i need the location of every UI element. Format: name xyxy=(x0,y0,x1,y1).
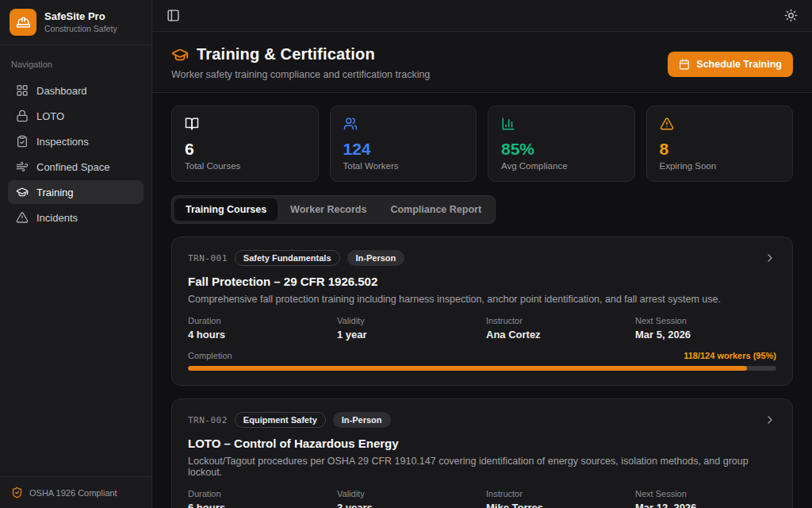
sidebar-item-label: Confined Space xyxy=(36,161,110,173)
course-details: Duration 6 hours Validity 3 years Instru… xyxy=(188,489,776,508)
main-area: Training & Certification Worker safety t… xyxy=(152,0,812,508)
layout-grid-icon xyxy=(16,84,29,97)
app-name: SafeSite Pro xyxy=(44,10,117,23)
course-title: Fall Protection – 29 CFR 1926.502 xyxy=(188,275,776,288)
course-category-badge: Equipment Safety xyxy=(235,412,326,428)
sidebar-footer: OSHA 1926 Compliant xyxy=(0,476,151,508)
tab-compliance-report[interactable]: Compliance Report xyxy=(379,198,492,221)
stat-value: 124 xyxy=(343,140,464,158)
course-category-badge: Safety Fundamentals xyxy=(235,250,340,266)
shield-check-icon xyxy=(11,487,23,498)
hard-hat-icon xyxy=(10,9,36,36)
alert-triangle-icon xyxy=(660,117,780,131)
course-description: Lockout/Tagout procedures per OSHA 29 CF… xyxy=(188,456,776,478)
sidebar-item-label: LOTO xyxy=(36,110,64,122)
course-card-trn-001[interactable]: TRN-001 Safety Fundamentals In-Person Fa… xyxy=(171,237,793,386)
detail-instructor: Instructor Ana Cortez xyxy=(486,316,627,341)
stat-value: 6 xyxy=(185,140,305,158)
sidebar-item-training[interactable]: Training xyxy=(8,180,144,204)
stat-label: Total Courses xyxy=(185,161,305,171)
detail-duration: Duration 4 hours xyxy=(188,316,329,341)
page-header: Training & Certification Worker safety t… xyxy=(152,32,812,93)
stat-card-avg-compliance: 85% Avg Compliance xyxy=(488,106,635,182)
stat-label: Expiring Soon xyxy=(660,161,780,171)
theme-toggle-button[interactable] xyxy=(783,7,799,24)
course-card-trn-002[interactable]: TRN-002 Equipment Safety In-Person LOTO … xyxy=(171,398,793,508)
page-subtitle: Worker safety training compliance and ce… xyxy=(171,69,430,80)
sun-icon xyxy=(784,9,798,22)
app-identity: SafeSite Pro Construction Safety xyxy=(44,10,117,33)
course-mode-badge: In-Person xyxy=(347,250,405,266)
graduation-cap-icon xyxy=(16,186,29,198)
sidebar-nav: Navigation Dashboard LOTO Inspections Co… xyxy=(0,45,151,239)
stat-label: Avg Compliance xyxy=(501,161,622,171)
panel-left-icon xyxy=(167,9,180,22)
sidebar: SafeSite Pro Construction Safety Navigat… xyxy=(0,0,152,508)
page-header-text: Training & Certification Worker safety t… xyxy=(171,45,430,80)
bar-chart-icon xyxy=(501,117,622,131)
sidebar-item-label: Inspections xyxy=(36,136,89,148)
page-title: Training & Certification xyxy=(197,45,375,64)
stat-card-expiring-soon: 8 Expiring Soon xyxy=(646,106,794,182)
course-id: TRN-002 xyxy=(188,415,228,425)
completion-value: 118/124 workers (95%) xyxy=(684,351,776,360)
sidebar-toggle-button[interactable] xyxy=(165,7,182,24)
chevron-right-icon[interactable] xyxy=(764,252,776,264)
stat-card-total-courses: 6 Total Courses xyxy=(171,106,319,182)
clipboard-check-icon xyxy=(16,135,29,148)
app-logo-block: SafeSite Pro Construction Safety xyxy=(0,0,151,45)
detail-instructor: Instructor Mike Torres xyxy=(486,489,627,508)
alert-triangle-icon xyxy=(16,211,29,224)
detail-duration: Duration 6 hours xyxy=(188,489,329,508)
course-description: Comprehensive fall protection training i… xyxy=(188,294,776,305)
sidebar-item-label: Incidents xyxy=(36,212,78,224)
chevron-right-icon[interactable] xyxy=(764,414,776,426)
sidebar-item-loto[interactable]: LOTO xyxy=(8,104,144,128)
sidebar-item-label: Dashboard xyxy=(36,85,87,97)
book-open-icon xyxy=(185,117,305,131)
detail-next-session: Next Session Mar 5, 2026 xyxy=(635,316,776,341)
app-tagline: Construction Safety xyxy=(44,24,117,34)
detail-validity: Validity 3 years xyxy=(337,489,478,508)
detail-validity: Validity 1 year xyxy=(337,316,478,341)
completion-progress-bar xyxy=(188,366,776,371)
sidebar-item-dashboard[interactable]: Dashboard xyxy=(8,79,144,102)
tab-worker-records[interactable]: Worker Records xyxy=(279,198,377,221)
completion-label: Completion xyxy=(188,351,232,360)
wind-icon xyxy=(16,160,29,173)
completion-progress-fill xyxy=(188,366,747,371)
nav-section-label: Navigation xyxy=(11,60,140,69)
schedule-training-button[interactable]: Schedule Training xyxy=(668,52,793,77)
stats-row: 6 Total Courses 124 Total Workers 85% Av… xyxy=(171,106,793,182)
stat-value: 85% xyxy=(501,140,622,158)
sidebar-item-inspections[interactable]: Inspections xyxy=(8,129,144,153)
stat-value: 8 xyxy=(660,140,780,158)
sidebar-item-label: Training xyxy=(36,187,73,198)
calendar-icon xyxy=(679,59,690,70)
tab-bar: Training Courses Worker Records Complian… xyxy=(171,195,496,224)
page-content: 6 Total Courses 124 Total Workers 85% Av… xyxy=(152,93,812,508)
topbar xyxy=(152,0,812,32)
sidebar-item-confined-space[interactable]: Confined Space xyxy=(8,155,144,179)
users-icon xyxy=(343,117,464,131)
course-details: Duration 4 hours Validity 1 year Instruc… xyxy=(188,316,776,341)
course-id: TRN-001 xyxy=(188,253,228,264)
sidebar-item-incidents[interactable]: Incidents xyxy=(8,206,144,229)
lock-icon xyxy=(16,110,29,122)
detail-next-session: Next Session Mar 12, 2026 xyxy=(635,489,776,508)
course-title: LOTO – Control of Hazardous Energy xyxy=(188,437,776,450)
course-mode-badge: In-Person xyxy=(333,412,391,428)
tab-training-courses[interactable]: Training Courses xyxy=(174,198,278,221)
stat-label: Total Workers xyxy=(343,161,464,171)
schedule-training-label: Schedule Training xyxy=(696,59,782,70)
graduation-cap-icon xyxy=(171,46,189,64)
stat-card-total-workers: 124 Total Workers xyxy=(330,106,477,182)
compliance-note: OSHA 1926 Compliant xyxy=(29,488,117,498)
